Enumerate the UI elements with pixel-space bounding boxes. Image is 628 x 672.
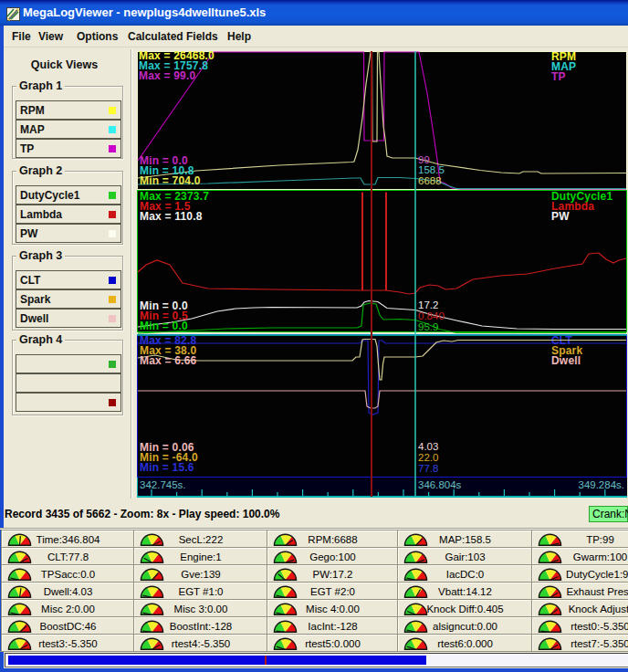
svg-text:158.5: 158.5 [418,164,445,175]
svg-text:349.284s.: 349.284s. [578,479,624,490]
svg-text:Max = 6.66: Max = 6.66 [140,354,197,367]
svg-text:4.03: 4.03 [418,441,438,452]
svg-text:Max = 99.0: Max = 99.0 [139,69,196,82]
svg-text:Min = 0.0: Min = 0.0 [140,320,188,332]
svg-text:77.8: 77.8 [418,463,438,474]
svg-text:22.0: 22.0 [418,452,438,463]
svg-text:6688: 6688 [418,175,442,186]
svg-text:Min = 15.6: Min = 15.6 [140,461,194,474]
svg-text:Max = 110.8: Max = 110.8 [140,210,203,223]
svg-text:95.9: 95.9 [418,321,438,332]
svg-text:342.745s.: 342.745s. [140,479,186,490]
svg-text:346.804s: 346.804s [418,479,462,490]
svg-text:Dwell: Dwell [551,354,581,367]
svg-text:PW: PW [551,210,570,223]
svg-text:17.2: 17.2 [418,299,438,310]
svg-text:TP: TP [551,70,566,83]
svg-text:0.840: 0.840 [418,310,445,321]
svg-text:Min = 704.0: Min = 704.0 [140,174,201,187]
